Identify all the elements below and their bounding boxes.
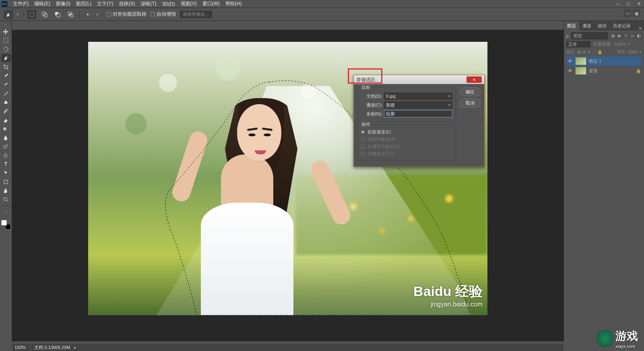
filter-shape-icon[interactable]: ▭ [630,33,635,39]
lock-artboard-icon[interactable]: ⬚ [592,50,596,54]
history-brush-tool[interactable] [1,107,11,115]
lock-transparency-icon[interactable]: ⊕ [587,50,590,54]
minimize-button[interactable]: — [614,1,621,6]
arrange-icon[interactable]: ▦ [633,10,640,17]
panel-tabs: 图层 通道 路径 历史记录 ≡ [564,21,644,31]
op-new-channel-radio[interactable]: 新建通道(E) [361,129,452,135]
lock-position-icon[interactable]: ✥ [582,50,586,54]
quick-selection-tool[interactable] [1,54,11,62]
marquee-tool[interactable] [1,36,11,44]
blend-mode-combo[interactable]: 正常 [566,41,590,47]
layer-row[interactable]: 👁 背景 🔒 [566,66,642,76]
layer-name[interactable]: 图层 1 [589,58,601,64]
separator [79,10,79,18]
rectangle-tool[interactable] [1,178,11,186]
intersect-selection-icon[interactable] [66,10,75,19]
tab-paths[interactable]: 路径 [594,21,610,31]
sample-all-layers-checkbox[interactable]: 对所有图层取样 [107,11,147,18]
menu-help[interactable]: 帮助(H) [225,0,242,7]
toolbox-collapse-icon[interactable]: » [5,23,7,27]
menu-file[interactable]: 文件(F) [13,0,29,7]
right-panel-group: 图层 通道 路径 历史记录 ≡ ρ 类型 ▨ ◐ T ▭ ◧ 正常 不透明度: [564,21,644,341]
subtract-selection-icon[interactable] [53,10,62,19]
zoom-tool[interactable] [1,195,11,203]
separator [2,206,10,206]
ok-button[interactable]: 确定 [459,87,481,96]
lock-pixels-icon[interactable]: ▨ [577,50,581,54]
menu-select[interactable]: 选择(S) [119,0,135,7]
maximize-button[interactable]: ▢ [625,1,632,6]
lasso-tool[interactable] [1,45,11,53]
watermark-url: jingyan.baidu.com [413,301,483,308]
channel-combo[interactable]: 新建 [384,101,452,109]
menu-image[interactable]: 图像(I) [56,0,70,7]
layer-thumbnail[interactable] [575,67,586,75]
eraser-tool[interactable] [1,116,11,124]
pen-tool[interactable] [1,151,11,159]
filter-smart-icon[interactable]: ◧ [636,33,642,39]
filter-type-icon[interactable]: T [623,33,629,39]
fill-label: 填充: [617,49,626,55]
brush-dropdown-icon[interactable]: ▾ [96,12,98,16]
svg-point-8 [87,14,89,15]
name-input[interactable] [384,110,452,117]
filter-pixel-icon[interactable]: ▨ [610,33,616,39]
close-window-button[interactable]: ✕ [635,1,642,6]
layer-filter-combo[interactable]: 类型 [571,32,608,39]
tab-layers[interactable]: 图层 [564,21,579,31]
dialog-close-button[interactable]: ✕ [466,76,482,83]
overlay-game-logo: 游戏 xiayx.com [596,328,638,349]
tab-channels[interactable]: 通道 [579,21,594,31]
tool-dropdown-icon[interactable]: ▾ [17,12,19,16]
visibility-icon[interactable]: 👁 [567,59,573,64]
filter-adjust-icon[interactable]: ◐ [617,33,622,39]
gradient-tool[interactable] [1,125,11,133]
fill-value[interactable]: 100% [627,50,638,54]
op-int-label: 与通道交叉(I) [367,151,394,157]
clone-stamp-tool[interactable] [1,98,11,106]
menu-type[interactable]: 文字(Y) [97,0,113,7]
panel-menu-icon[interactable]: ≡ [637,26,644,31]
zoom-level[interactable]: 100% [14,345,26,350]
status-menu-icon[interactable]: ▸ [74,345,76,350]
opacity-value[interactable]: 100% [614,42,625,47]
foreground-color-swatch[interactable] [1,220,7,226]
move-tool[interactable] [1,27,11,35]
menu-layer[interactable]: 图层(L) [76,0,92,7]
add-selection-icon[interactable] [40,10,49,19]
type-tool[interactable]: T [1,160,11,168]
menu-view[interactable]: 视图(V) [181,0,197,7]
eyedropper-tool[interactable] [1,72,11,80]
layer-name[interactable]: 背景 [589,68,598,74]
document-info[interactable]: 文档:3.10M/6.20M [34,345,70,351]
current-tool-icon[interactable] [4,10,13,19]
screen-mode-icon[interactable]: ▭ [624,10,631,17]
layer-row[interactable]: 👁 图层 1 [566,56,642,66]
dodge-tool[interactable] [1,142,11,150]
menu-3d[interactable]: 3D(D) [162,1,175,7]
path-selection-tool[interactable] [1,169,11,177]
image-eye [248,133,256,136]
visibility-icon[interactable]: 👁 [567,68,573,73]
lock-all-icon[interactable]: 🔒 [597,50,602,54]
healing-brush-tool[interactable] [1,80,11,88]
brush-preset-icon[interactable] [83,10,92,19]
tab-history[interactable]: 历史记录 [610,21,634,31]
brush-tool[interactable] [1,89,11,97]
hand-tool[interactable] [1,187,11,195]
menu-filter[interactable]: 滤镜(T) [140,0,156,7]
menu-edit[interactable]: 编辑(E) [34,0,50,7]
foreground-background-colors[interactable] [1,220,11,230]
new-selection-icon[interactable] [27,10,36,19]
blur-tool[interactable] [1,133,11,142]
auto-enhance-checkbox[interactable]: 自动增强 [151,11,176,18]
edit-toolbar-icon[interactable]: ⋯ [1,209,11,217]
crop-tool[interactable] [1,63,11,71]
status-bar: 100% 文档:3.10M/6.20M ▸ [12,344,564,351]
document-combo[interactable]: 0.jpg [384,92,452,100]
layer-thumbnail[interactable] [575,57,586,65]
game-logo-text: 游戏 [615,328,638,344]
menu-window[interactable]: 窗口(W) [202,0,220,7]
refine-edge-combo[interactable]: 选择并遮住… [180,11,212,18]
cancel-button[interactable]: 取消 [459,99,481,107]
